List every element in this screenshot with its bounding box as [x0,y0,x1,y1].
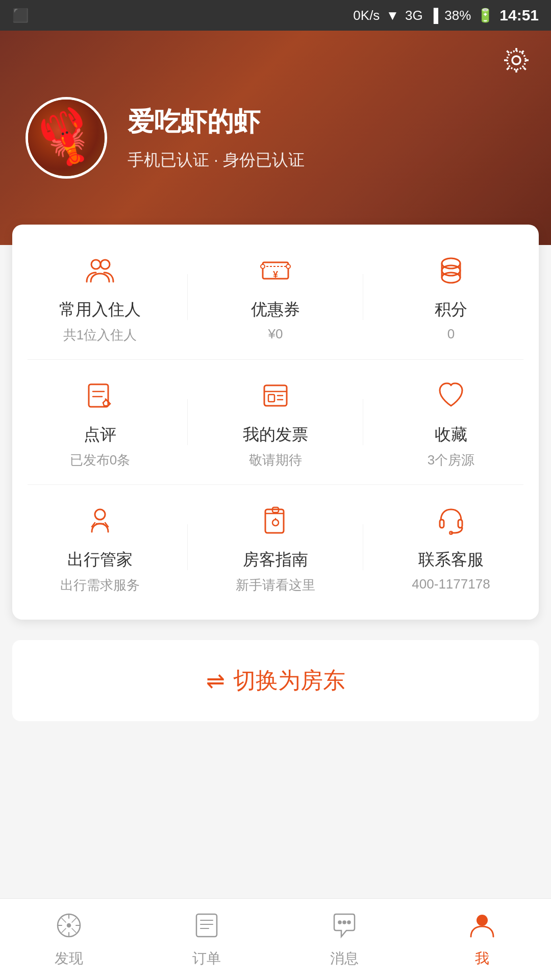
svg-point-0 [512,56,520,64]
service-sub: 400-1177178 [412,576,490,592]
switch-icon: ⇌ [206,668,225,694]
message-icon: ⬛ [12,8,29,23]
svg-point-8 [286,264,290,268]
svg-rect-29 [458,520,462,528]
avatar[interactable] [26,97,107,179]
review-icon [85,380,115,415]
favorites-sub: 3个房源 [428,451,474,469]
guide-sub: 新手请看这里 [236,576,315,594]
svg-point-32 [67,924,70,927]
invoice-label: 我的发票 [243,424,308,446]
speed-text: 0K/s [353,8,380,23]
status-right: 0K/s ▼ 3G ▐ 38% 🔋 14:51 [353,7,539,24]
profile-header: 爱吃虾的虾 手机已认证 · 身份已认证 [0,31,551,245]
grid-row-2: 点评 已发布0条 我的发票 敬请期待 [12,365,539,479]
svg-point-42 [343,921,346,923]
time-text: 14:51 [499,7,539,24]
divider-2 [28,484,523,485]
grid-item-points[interactable]: 积分 0 [363,240,539,354]
switch-text: 切换为房东 [233,666,345,696]
grid-row-1: 常用入住人 共1位入住人 ¥ 优惠券 ¥0 [12,240,539,354]
travel-label: 出行管家 [67,549,133,571]
svg-point-3 [101,260,110,269]
profile-username: 爱吃虾的虾 [128,104,305,140]
svg-point-11 [442,258,460,268]
points-sub: 0 [447,326,455,342]
guide-icon [260,505,291,541]
svg-rect-20 [268,395,274,402]
svg-rect-14 [89,384,108,407]
status-bar: ⬛ 0K/s ▼ 3G ▐ 38% 🔋 14:51 [0,0,551,31]
coupon-label: 优惠券 [251,299,300,321]
service-icon [436,505,466,541]
messages-icon [330,911,359,944]
nav-label-messages: 消息 [330,949,359,968]
nav-label-profile: 我 [475,949,489,968]
discover-icon [55,911,83,944]
invoice-icon [260,380,291,415]
grid-item-favorites[interactable]: 收藏 3个房源 [363,365,539,479]
svg-rect-28 [440,520,444,528]
nav-label-orders: 订单 [192,949,221,968]
bottom-nav: 发现 订单 消息 [0,898,551,980]
svg-rect-37 [196,914,217,937]
profile-nav-icon [468,911,496,944]
points-label: 积分 [435,299,467,321]
service-label: 联系客服 [418,549,484,571]
svg-point-41 [339,921,341,923]
svg-point-7 [261,264,265,268]
battery-text: 38% [444,8,471,23]
review-label: 点评 [84,424,116,446]
nav-item-profile[interactable]: 我 [413,906,551,973]
grid-item-guide[interactable]: 房客指南 新手请看这里 [188,490,363,604]
invoice-sub: 敬请期待 [249,451,302,469]
grid-item-guests[interactable]: 常用入住人 共1位入住人 [12,240,188,354]
grid-item-coupon[interactable]: ¥ 优惠券 ¥0 [188,240,363,354]
profile-verified: 手机已认证 · 身份已认证 [128,149,305,172]
travel-icon [85,505,115,541]
profile-info: 爱吃虾的虾 手机已认证 · 身份已认证 [128,104,305,172]
grid-item-service[interactable]: 联系客服 400-1177178 [363,490,539,604]
svg-point-43 [348,921,350,923]
svg-point-44 [477,915,488,926]
nav-item-messages[interactable]: 消息 [276,906,413,973]
wifi-icon: ▼ [386,8,399,23]
coupon-icon: ¥ [260,255,291,290]
svg-point-2 [91,260,101,269]
switch-landlord-button[interactable]: ⇌ 切换为房东 [12,640,539,721]
grid-item-travel[interactable]: 出行管家 出行需求服务 [12,490,188,604]
nav-item-discover[interactable]: 发现 [0,906,138,973]
settings-icon[interactable] [502,46,531,81]
review-sub: 已发布0条 [70,451,130,469]
guests-icon [85,255,115,290]
svg-point-23 [95,509,105,520]
main-card: 常用入住人 共1位入住人 ¥ 优惠券 ¥0 [12,225,539,620]
favorites-label: 收藏 [435,424,467,446]
divider-1 [28,359,523,360]
guide-label: 房客指南 [243,549,308,571]
guests-sub: 共1位入住人 [63,326,137,344]
grid-item-review[interactable]: 点评 已发布0条 [12,365,188,479]
coupon-sub: ¥0 [268,326,283,342]
grid-row-3: 出行管家 出行需求服务 房客指南 新手请看这里 [12,490,539,604]
nav-item-orders[interactable]: 订单 [138,906,276,973]
svg-text:¥: ¥ [273,270,278,280]
svg-point-1 [507,51,525,69]
grid-item-invoice[interactable]: 我的发票 敬请期待 [188,365,363,479]
svg-rect-18 [264,385,287,406]
travel-sub: 出行需求服务 [60,576,140,594]
points-icon [436,255,466,290]
signal-icon: ▐ [429,8,438,23]
status-left: ⬛ [12,8,29,23]
guests-label: 常用入住人 [59,299,141,321]
favorites-icon [436,380,466,415]
nav-label-discover: 发现 [55,949,83,968]
network-text: 3G [405,8,423,23]
orders-icon [192,911,221,944]
battery-icon: 🔋 [477,8,493,23]
svg-point-26 [272,520,279,526]
